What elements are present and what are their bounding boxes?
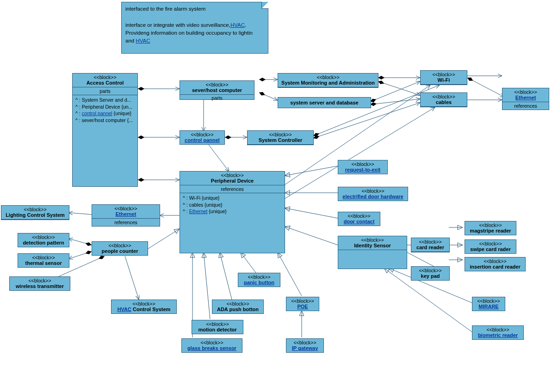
block-peripheral[interactable]: <<block>>Peripheral Device references ^ …	[180, 171, 285, 253]
note-hvac-link[interactable]: HVAC	[230, 22, 245, 28]
block-door-contact[interactable]: <<block>>door contact	[338, 212, 380, 226]
block-access-control[interactable]: <<block>> Access Control parts ^ : Syste…	[72, 73, 138, 187]
note-hvac2-link[interactable]: HVAC	[136, 38, 150, 43]
block-ada-push[interactable]: <<block>>ADA push botton	[212, 300, 264, 314]
block-control-pannel[interactable]: <<block>>control pannel	[180, 130, 225, 145]
block-people-counter[interactable]: <<block>>people counter	[92, 241, 148, 256]
svg-line-5	[208, 144, 229, 172]
block-card-reader[interactable]: <<block>>card reader	[411, 238, 450, 252]
block-mirare[interactable]: <<block>>MIRARE	[472, 297, 505, 311]
note-line1: interfaced to the fire alarm system	[125, 5, 264, 13]
control-pannel-link[interactable]: control pannel	[185, 137, 220, 143]
block-glass-break[interactable]: <<block>>glass breaks sensor	[181, 338, 242, 353]
ip-gw-link[interactable]: IP gateway	[292, 345, 318, 351]
elec-door-link[interactable]: electrified door hardware	[342, 194, 403, 199]
pd-ethernet-link[interactable]: Ethernet	[189, 208, 208, 214]
block-insertion-reader[interactable]: <<block>>insertion card reader	[465, 257, 526, 271]
block-ethernet-left[interactable]: <<block>>Ethernet references	[92, 204, 160, 227]
block-hvac-ctrl[interactable]: <<block>>HVAC Control System	[111, 300, 177, 314]
hvac-link[interactable]: HVAC	[118, 306, 131, 312]
block-detection[interactable]: <<block>>detection pattern	[18, 233, 69, 247]
block-biometric[interactable]: <<block>>biometric reader	[472, 325, 524, 340]
block-magstripe[interactable]: <<block>>magstripe reader	[465, 221, 516, 235]
biometric-link[interactable]: biometric reader	[478, 332, 518, 338]
block-thermal[interactable]: <<block>>thermal sensor	[18, 253, 69, 268]
glass-link[interactable]: glass breaks sensor	[187, 345, 236, 351]
block-request-to-exit[interactable]: <<block>>request-to-exit	[338, 160, 388, 174]
block-panic-button[interactable]: <<block>>panic button	[238, 273, 280, 287]
block-ethernet-right[interactable]: <<block>>Ethernet references	[502, 88, 549, 110]
block-key-pad[interactable]: <<block>>key pad	[411, 266, 450, 281]
mirare-link[interactable]: MIRARE	[478, 304, 498, 309]
svg-line-7	[259, 92, 278, 100]
block-cables[interactable]: <<block>>cables	[420, 92, 467, 107]
req-exit-link[interactable]: request-to-exit	[345, 167, 380, 172]
block-sever-host[interactable]: <<block>>sever/host computer parts	[180, 80, 254, 100]
poe-link[interactable]: POE	[297, 304, 308, 309]
note-fire-alarm: interfaced to the fire alarm system inte…	[121, 2, 268, 54]
block-elec-door-hw[interactable]: <<block>>electrified door hardware	[338, 187, 408, 201]
panic-btn-link[interactable]: panic button	[244, 280, 274, 285]
block-motion[interactable]: <<block>>motion detector	[192, 320, 243, 334]
note-fold-icon	[261, 2, 268, 9]
block-identity-sensor[interactable]: <<block>>Identity Sensor	[338, 236, 407, 269]
block-wireless[interactable]: <<block>>wireless transmitter	[9, 276, 70, 291]
note-line3: Provideng information on building occupa…	[125, 29, 264, 37]
block-ip-gateway[interactable]: <<block>>IP gateway	[286, 338, 324, 353]
block-wifi[interactable]: <<block>>Wi-Fi	[420, 70, 467, 85]
ethernet-r-link[interactable]: Ethernet	[515, 95, 536, 100]
block-sys-mon-admin[interactable]: <<block>>System Monitoring and Administr…	[278, 73, 378, 88]
note-line4: and HVAC	[125, 37, 264, 45]
block-sys-server-db[interactable]: system server and database	[278, 97, 371, 108]
door-contact-link[interactable]: door contact	[344, 219, 375, 224]
ethernet-l-link[interactable]: Ethernet	[116, 211, 136, 217]
note-line2: interface or integrate with video survei…	[125, 21, 264, 29]
block-poe[interactable]: <<block>>POE	[286, 297, 319, 311]
ac-control-pannel-link[interactable]: control pannel	[82, 110, 112, 116]
block-lighting-ctrl[interactable]: <<block>>Lighting Control System	[1, 205, 69, 220]
block-swipe-card[interactable]: <<block>>swipe card rader	[465, 239, 516, 254]
block-sys-controller[interactable]: <<block>>System Controller	[247, 130, 314, 145]
